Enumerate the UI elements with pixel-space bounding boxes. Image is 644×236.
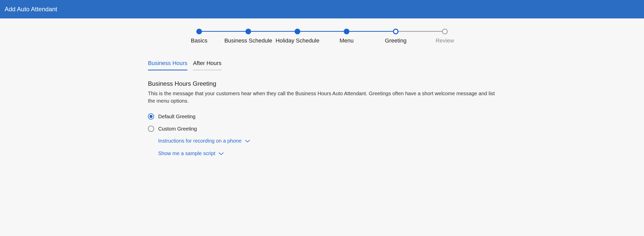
- step-label: Menu: [339, 37, 353, 44]
- step-dot-icon: [442, 29, 448, 34]
- step-connector: [300, 31, 344, 32]
- chevron-down-icon: [218, 152, 224, 155]
- step-holiday-schedule[interactable]: Holiday Schedule: [295, 29, 300, 34]
- step-greeting[interactable]: Greeting: [393, 29, 399, 34]
- step-dot-icon: [196, 29, 202, 34]
- step-basics[interactable]: Basics: [196, 29, 202, 34]
- step-label: Review: [436, 37, 454, 44]
- step-business-schedule[interactable]: Business Schedule: [245, 29, 251, 34]
- step-dot-icon: [245, 29, 251, 34]
- step-menu[interactable]: Menu: [344, 29, 349, 34]
- wizard-stepper: Basics Business Schedule Holiday Schedul…: [0, 18, 644, 47]
- chevron-down-icon: [245, 139, 250, 143]
- section-title: Business Hours Greeting: [148, 80, 496, 87]
- radio-icon: [148, 126, 154, 132]
- step-label: Holiday Schedule: [275, 37, 319, 44]
- tab-label: After Hours: [193, 60, 221, 66]
- tab-label: Business Hours: [148, 60, 187, 66]
- radio-label: Custom Greeting: [158, 126, 197, 132]
- help-links: Instructions for recording on a phone Sh…: [148, 138, 496, 156]
- step-label: Greeting: [385, 37, 406, 44]
- radio-icon: [148, 113, 154, 120]
- step-connector: [251, 31, 295, 32]
- step-connector: [349, 31, 393, 32]
- step-review[interactable]: Review: [442, 29, 448, 34]
- page-title: Add Auto Attendant: [5, 6, 57, 13]
- page-header: Add Auto Attendant: [0, 0, 644, 18]
- step-label: Business Schedule: [224, 37, 272, 44]
- link-label: Instructions for recording on a phone: [158, 138, 242, 144]
- tab-after-hours[interactable]: After Hours: [193, 60, 221, 70]
- section-description: This is the message that your customers …: [148, 90, 496, 105]
- link-recording-instructions[interactable]: Instructions for recording on a phone: [158, 138, 496, 144]
- step-dot-icon: [295, 29, 300, 34]
- link-label: Show me a sample script: [158, 151, 215, 156]
- greeting-tabs: Business Hours After Hours: [148, 60, 496, 70]
- tab-business-hours[interactable]: Business Hours: [148, 60, 187, 70]
- radio-default-greeting[interactable]: Default Greeting: [148, 113, 496, 120]
- step-label: Basics: [191, 37, 208, 44]
- main-content: Business Hours After Hours Business Hour…: [148, 47, 496, 173]
- link-sample-script[interactable]: Show me a sample script: [158, 151, 496, 156]
- radio-label: Default Greeting: [158, 114, 196, 120]
- step-connector: [399, 31, 442, 32]
- step-connector: [202, 31, 245, 32]
- radio-custom-greeting[interactable]: Custom Greeting: [148, 126, 496, 132]
- step-dot-icon: [393, 29, 399, 34]
- greeting-type-radio-group: Default Greeting Custom Greeting: [148, 113, 496, 132]
- step-dot-icon: [344, 29, 349, 34]
